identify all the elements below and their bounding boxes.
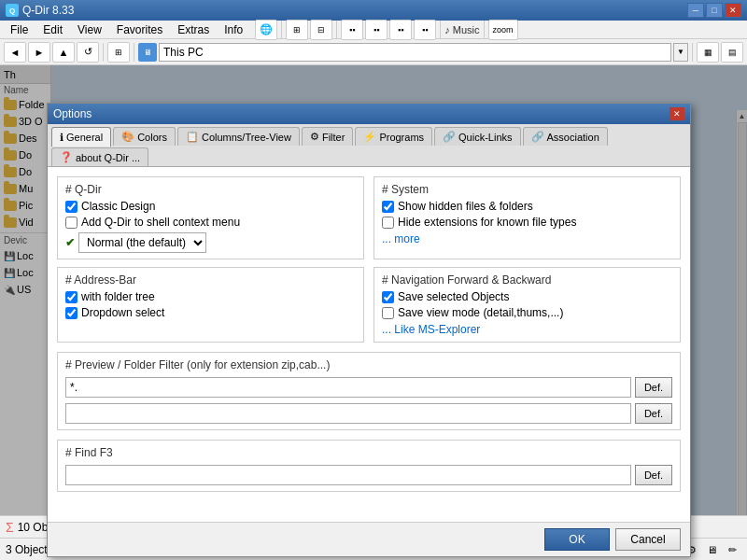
options-dialog: Options ✕ ℹ General 🎨 Colors 📋 Columns/T…: [47, 103, 691, 557]
with-folder-tree-row: with folder tree: [65, 290, 356, 303]
navigation-title: # Navigation Forward & Backward: [382, 273, 672, 287]
save-view-checkbox[interactable]: [382, 307, 394, 319]
refresh-button[interactable]: ↺: [77, 42, 99, 63]
tab-quicklinks-label: Quick-Links: [458, 132, 512, 143]
up-button[interactable]: ▲: [52, 42, 75, 63]
dropdown-select-row: Dropdown select: [65, 306, 356, 319]
toolbar-btn-4[interactable]: ▪▪: [365, 20, 388, 40]
grid-button[interactable]: ⊞: [107, 42, 130, 63]
tab-colors[interactable]: 🎨 Colors: [113, 127, 176, 146]
menu-file[interactable]: File: [4, 21, 35, 39]
add-context-label: Add Q-Dir to shell context menu: [81, 216, 240, 229]
tab-colors-label: Colors: [137, 132, 167, 143]
tab-programs-label: Programs: [379, 132, 424, 143]
def-button-1[interactable]: Def.: [635, 377, 672, 398]
toolbar-btn-3[interactable]: ▪▪: [341, 20, 363, 40]
programs-tab-icon: ⚡: [363, 131, 376, 143]
tab-columns-label: Columns/Tree-View: [202, 132, 291, 143]
add-context-checkbox[interactable]: [65, 217, 78, 229]
def-button-2[interactable]: Def.: [635, 403, 672, 424]
show-hidden-label: Show hidden files & folders: [398, 200, 533, 213]
toolbar-sep2: [134, 43, 134, 62]
save-view-label: Save view mode (detail,thums,...): [398, 306, 563, 319]
find-row: Def.: [65, 465, 672, 485]
toolbar-sep1: [103, 43, 104, 62]
tab-association[interactable]: 🔗 Association: [523, 127, 608, 146]
save-selected-label: Save selected Objects: [398, 290, 509, 303]
cancel-button[interactable]: Cancel: [615, 528, 681, 551]
dialog-close-button[interactable]: ✕: [669, 107, 684, 120]
back-button[interactable]: ◄: [4, 42, 26, 63]
tab-columns[interactable]: 📋 Columns/Tree-View: [177, 127, 300, 146]
forward-button[interactable]: ►: [28, 42, 50, 63]
tab-quicklinks[interactable]: 🔗 Quick-Links: [434, 127, 520, 146]
app-title: Q-Dir 8.33: [22, 4, 74, 17]
more-link[interactable]: ... more: [382, 232, 672, 245]
hide-extensions-checkbox[interactable]: [382, 217, 394, 229]
dialog-body: # Q-Dir Classic Design Add Q-Dir to shel…: [48, 167, 690, 522]
tab-general-label: General: [66, 132, 103, 143]
close-button[interactable]: ✕: [725, 3, 741, 18]
classic-design-checkbox[interactable]: [65, 201, 78, 213]
tab-general[interactable]: ℹ General: [51, 127, 111, 147]
modal-overlay: Options ✕ ℹ General 🎨 Colors 📋 Columns/T…: [0, 65, 747, 515]
find-def-button[interactable]: Def.: [635, 465, 672, 485]
globe-button[interactable]: 🌐: [255, 20, 277, 40]
pencil-icon[interactable]: ✏: [725, 542, 741, 557]
like-explorer-link[interactable]: ... Like MS-Explorer: [382, 323, 672, 336]
hide-extensions-row: Hide extensions for known file types: [382, 216, 672, 229]
hide-extensions-label: Hide extensions for known file types: [398, 216, 576, 229]
dialog-title-bar: Options ✕: [48, 104, 690, 124]
menu-view[interactable]: View: [71, 21, 108, 39]
dropdown-select-checkbox[interactable]: [65, 307, 78, 319]
separator: [281, 21, 282, 39]
tab-filter[interactable]: ⚙ Filter: [302, 127, 353, 146]
filter-input-1[interactable]: [65, 377, 631, 398]
save-view-row: Save view mode (detail,thums,...): [382, 306, 672, 319]
tab-programs[interactable]: ⚡ Programs: [355, 127, 432, 146]
zoom-btn[interactable]: zoom: [488, 20, 518, 40]
toolbar-btn-5[interactable]: ▪▪: [389, 20, 412, 40]
show-hidden-checkbox[interactable]: [382, 201, 394, 213]
app-icon: Q: [6, 4, 19, 17]
find-input[interactable]: [65, 465, 631, 485]
address-dropdown[interactable]: ▼: [673, 43, 688, 62]
view-btn1[interactable]: ▦: [697, 42, 719, 63]
system-section-title: # System: [382, 183, 672, 196]
quicklinks-tab-icon: 🔗: [443, 131, 456, 143]
monitor-icon[interactable]: 🖥: [704, 542, 721, 557]
toolbar-btn-6[interactable]: ▪▪: [414, 20, 436, 40]
add-context-row: Add Q-Dir to shell context menu: [65, 216, 356, 229]
general-tab-icon: ℹ: [60, 132, 63, 144]
association-tab-icon: 🔗: [531, 131, 544, 143]
about-tab-icon: ❓: [60, 151, 73, 163]
with-folder-tree-checkbox[interactable]: [65, 291, 78, 303]
ok-button[interactable]: OK: [544, 528, 610, 551]
toolbar-btn-2[interactable]: ⊟: [310, 20, 332, 40]
music-label: ♪ Music: [444, 24, 479, 35]
title-bar-left: Q Q-Dir 8.33: [6, 4, 74, 17]
menu-info[interactable]: Info: [218, 21, 249, 39]
address-input[interactable]: [159, 43, 671, 62]
menu-edit[interactable]: Edit: [36, 21, 69, 39]
tab-filter-label: Filter: [322, 132, 345, 143]
separator4: [484, 21, 485, 39]
filter-input-2[interactable]: [65, 403, 631, 424]
find-section: # Find F3 Def.: [57, 440, 681, 492]
normal-dropdown[interactable]: Normal (the default): [78, 232, 206, 253]
preview-section: # Preview / Folder Filter (only for exte…: [57, 352, 681, 430]
view-btn2[interactable]: ▤: [721, 42, 743, 63]
classic-design-row: Classic Design: [65, 200, 356, 213]
sigma-icon: Σ: [6, 520, 14, 535]
tab-about[interactable]: ❓ about Q-Dir ...: [51, 147, 148, 166]
toolbar-btn-1[interactable]: ⊞: [286, 20, 308, 40]
menu-bar: File Edit View Favorites Extras Info 🌐 ⊞…: [0, 21, 747, 39]
address-bar-section: # Address-Bar with folder tree Dropdown …: [57, 267, 364, 343]
with-folder-tree-label: with folder tree: [81, 290, 155, 303]
menu-extras[interactable]: Extras: [171, 21, 216, 39]
menu-favorites[interactable]: Favorites: [110, 21, 169, 39]
maximize-button[interactable]: □: [706, 3, 723, 18]
minimize-button[interactable]: ─: [687, 3, 704, 18]
save-selected-checkbox[interactable]: [382, 291, 394, 303]
find-title: # Find F3: [65, 446, 672, 459]
